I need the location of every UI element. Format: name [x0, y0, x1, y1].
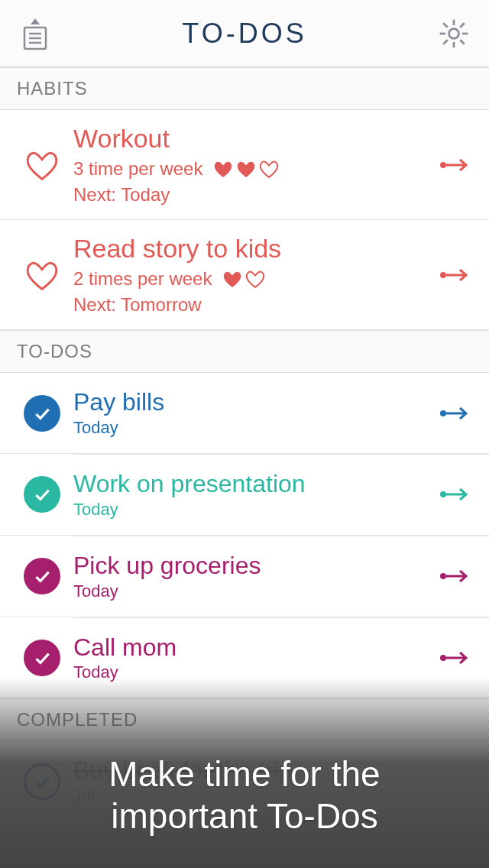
header-bar: TO-DOS: [0, 0, 489, 67]
check-circle-icon[interactable]: [24, 476, 60, 513]
swipe-arrow-icon: [439, 406, 472, 421]
svg-point-18: [440, 410, 446, 416]
swipe-arrow-icon: [439, 487, 472, 502]
svg-line-11: [460, 40, 465, 44]
todo-title: Call mom: [73, 633, 426, 662]
svg-marker-0: [31, 18, 40, 24]
todo-due: Today: [73, 500, 426, 520]
svg-line-13: [443, 40, 448, 44]
svg-point-14: [440, 162, 446, 168]
menu-button[interactable]: [14, 12, 57, 55]
gear-icon: [437, 17, 471, 50]
settings-button[interactable]: [432, 12, 475, 55]
habit-row[interactable]: Read story to kids 2 times per week Next…: [0, 220, 489, 330]
section-label: HABITS: [17, 78, 88, 99]
todo-row[interactable]: Work on presentation Today: [0, 455, 489, 536]
swipe-arrow-icon: [439, 267, 472, 283]
habit-progress-hearts: [222, 270, 265, 288]
svg-point-5: [449, 28, 459, 38]
check-circle-icon[interactable]: [24, 640, 60, 676]
todo-title: Pick up groceries: [73, 552, 426, 580]
svg-point-24: [440, 655, 446, 661]
heart-outline-icon: [25, 260, 59, 290]
page-title: TO-DOS: [182, 18, 306, 50]
svg-point-16: [440, 272, 446, 278]
svg-line-12: [460, 23, 465, 28]
section-label: TO-DOS: [17, 341, 92, 362]
svg-point-22: [440, 573, 446, 579]
check-circle-icon[interactable]: [24, 395, 60, 432]
todo-row[interactable]: Pick up groceries Today: [0, 536, 489, 617]
habit-frequency: 3 time per week: [73, 158, 202, 180]
todo-due: Today: [73, 418, 426, 438]
habit-next: Next: Tomorrow: [73, 294, 426, 316]
todo-title: Work on presentation: [73, 470, 426, 498]
todo-due: Today: [73, 581, 426, 601]
menu-icon: [17, 15, 53, 52]
heart-outline-icon: [25, 150, 59, 180]
section-header-todos: TO-DOS: [0, 330, 489, 373]
todo-title: Pay bills: [73, 388, 426, 416]
swipe-arrow-icon: [439, 650, 472, 666]
swipe-arrow-icon: [439, 568, 472, 584]
promo-overlay: Make time for the important To-Dos: [0, 677, 489, 868]
overlay-caption: Make time for the important To-Dos: [108, 753, 380, 837]
section-header-habits: HABITS: [0, 67, 489, 110]
habit-frequency: 2 times per week: [73, 268, 212, 290]
svg-point-20: [440, 491, 446, 497]
habit-title: Workout: [73, 124, 426, 154]
habit-title: Read story to kids: [73, 234, 426, 264]
todo-row[interactable]: Pay bills Today: [0, 373, 489, 454]
svg-line-10: [443, 23, 448, 28]
habit-next: Next: Today: [73, 184, 426, 206]
swipe-arrow-icon: [439, 157, 472, 173]
habit-progress-hearts: [213, 160, 279, 178]
check-circle-icon[interactable]: [24, 558, 60, 594]
habit-row[interactable]: Workout 3 time per week Next: Today: [0, 110, 489, 220]
